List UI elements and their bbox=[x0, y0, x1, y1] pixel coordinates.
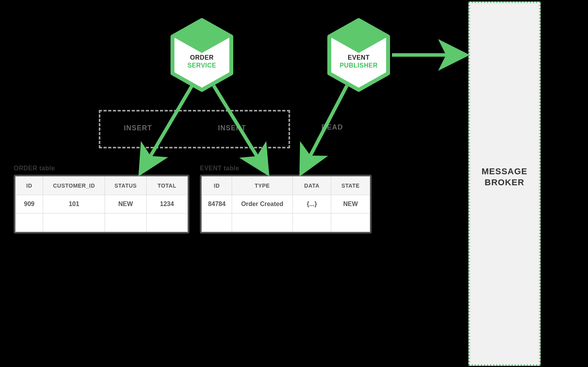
table-row-empty bbox=[202, 214, 370, 232]
table-header-row: ID CUSTOMER_ID STATUS TOTAL bbox=[16, 177, 188, 195]
txn-step-1: INSERT bbox=[124, 124, 152, 132]
order-cell-total: 1234 bbox=[146, 195, 187, 214]
table-row-empty bbox=[16, 214, 188, 232]
transaction-box: INSERT INSERT bbox=[99, 110, 290, 148]
event-th-data: DATA bbox=[292, 177, 331, 195]
event-cell-id: 84784 bbox=[202, 195, 232, 214]
order-table: ID CUSTOMER_ID STATUS TOTAL 909 101 NEW … bbox=[15, 176, 188, 232]
order-th-total: TOTAL bbox=[146, 177, 187, 195]
event-table-card: ID TYPE DATA STATE 84784 Order Created {… bbox=[200, 175, 372, 234]
txn-step-2: INSERT bbox=[218, 124, 246, 132]
hexagon-event-publisher: EVENT PUBLISHER bbox=[325, 18, 392, 92]
event-th-type: TYPE bbox=[232, 177, 292, 195]
order-table-card: ID CUSTOMER_ID STATUS TOTAL 909 101 NEW … bbox=[14, 175, 189, 234]
order-th-status: STATUS bbox=[105, 177, 146, 195]
order-th-customer: CUSTOMER_ID bbox=[43, 177, 105, 195]
event-table: ID TYPE DATA STATE 84784 Order Created {… bbox=[201, 176, 370, 232]
hex-event-publisher-line2: PUBLISHER bbox=[325, 62, 392, 69]
event-cell-type: Order Created bbox=[232, 195, 292, 214]
broker-title-line1: MESSAGE bbox=[481, 166, 527, 176]
order-cell-customer: 101 bbox=[43, 195, 105, 214]
broker-title-line2: BROKER bbox=[485, 177, 524, 187]
read-label: READ bbox=[321, 123, 343, 131]
hex-order-service-line2: SERVICE bbox=[169, 62, 235, 69]
event-th-id: ID bbox=[202, 177, 232, 195]
hex-order-service-line1: ORDER bbox=[169, 54, 235, 62]
message-broker-panel: MESSAGE BROKER bbox=[468, 2, 541, 366]
event-table-caption: EVENT table bbox=[200, 165, 240, 172]
event-cell-data: {...} bbox=[292, 195, 331, 214]
table-header-row: ID TYPE DATA STATE bbox=[202, 177, 370, 195]
table-row: 84784 Order Created {...} NEW bbox=[202, 195, 370, 214]
order-table-caption: ORDER table bbox=[14, 165, 55, 172]
event-cell-state: NEW bbox=[331, 195, 370, 214]
event-th-state: STATE bbox=[331, 177, 370, 195]
order-cell-id: 909 bbox=[16, 195, 43, 214]
table-row: 909 101 NEW 1234 bbox=[16, 195, 188, 214]
order-cell-status: NEW bbox=[105, 195, 146, 214]
hexagon-order-service: ORDER SERVICE bbox=[169, 18, 235, 92]
hex-event-publisher-line1: EVENT bbox=[325, 54, 392, 62]
order-th-id: ID bbox=[16, 177, 43, 195]
